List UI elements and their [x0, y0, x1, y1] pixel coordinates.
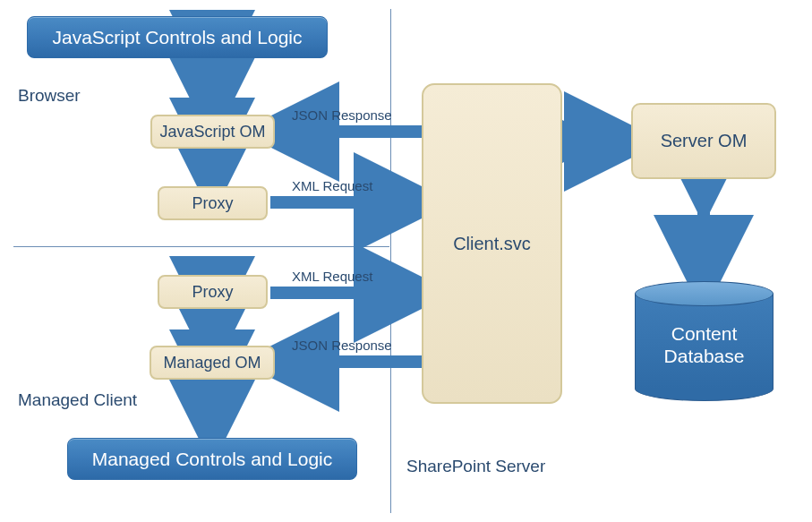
section-label-managed-client: Managed Client	[18, 390, 137, 410]
section-label-sharepoint-server: SharePoint Server	[406, 457, 545, 476]
node-managed-controls: Managed Controls and Logic	[67, 438, 357, 480]
node-proxy-bottom: Proxy	[158, 275, 268, 309]
node-js-controls: JavaScript Controls and Logic	[27, 16, 328, 58]
node-content-database: Content Database	[635, 281, 774, 402]
edge-label-json-bottom: JSON Response	[292, 338, 392, 353]
node-js-om: JavaScript OM	[150, 115, 275, 149]
node-client-svc: Client.svc	[422, 83, 562, 404]
node-proxy-top: Proxy	[158, 186, 268, 220]
edge-label-json-top: JSON Response	[292, 107, 392, 123]
content-db-label-line2: Database	[664, 346, 745, 366]
edge-label-xml-top: XML Request	[292, 178, 372, 193]
node-server-om: Server OM	[631, 103, 776, 179]
node-managed-om: Managed OM	[150, 346, 275, 380]
divider-vertical	[390, 9, 391, 513]
section-label-browser: Browser	[18, 86, 81, 106]
edge-label-xml-bottom: XML Request	[292, 269, 372, 284]
divider-horizontal	[13, 246, 389, 247]
content-db-label-line1: Content	[671, 323, 738, 344]
